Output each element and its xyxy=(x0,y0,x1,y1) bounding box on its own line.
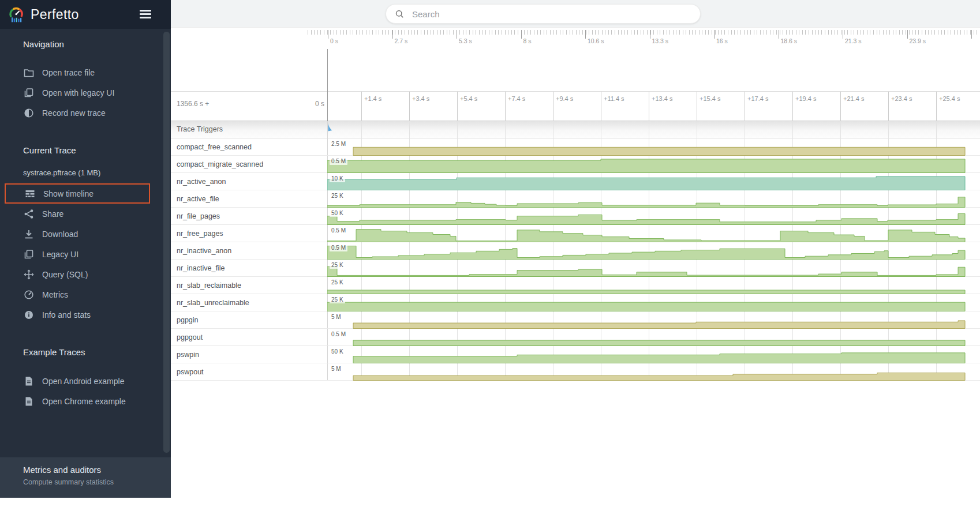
track-chart-compact-free-scanned[interactable] xyxy=(327,138,980,156)
overview-minor-tick xyxy=(547,30,547,35)
overview-minor-tick xyxy=(479,30,480,35)
overview-minor-tick xyxy=(799,30,799,35)
overview-minor-tick xyxy=(440,30,441,35)
overview-minor-tick xyxy=(372,30,373,35)
sidebar-item-open-with-legacy-ui[interactable]: Open with legacy UI xyxy=(5,82,150,103)
trigger-track-row[interactable]: Trace Triggers xyxy=(171,121,980,138)
overview-ruler[interactable]: 0 s2.7 s5.3 s8 s10.6 s13.3 s16 s18.6 s21… xyxy=(171,28,980,46)
track-label-pswpin[interactable]: pswpin xyxy=(177,351,199,359)
sidebar-item-legacy-ui[interactable]: Legacy UI xyxy=(5,244,150,264)
folder-icon xyxy=(23,67,35,78)
copy-icon xyxy=(23,249,35,260)
overview-minor-tick xyxy=(324,30,324,35)
sidebar-item-info-and-stats[interactable]: Info and stats xyxy=(5,305,150,325)
track-chart-nr-file-pages[interactable] xyxy=(327,208,980,225)
track-chart-pswpout[interactable] xyxy=(327,363,980,381)
overview-minor-tick xyxy=(863,30,864,35)
overview-minor-tick xyxy=(641,30,641,35)
track-chart-compact-migrate-scanned[interactable] xyxy=(327,156,980,173)
overview-minor-tick xyxy=(786,30,787,35)
section-header-navigation: Navigation xyxy=(23,39,64,49)
track-label-nr-active-anon[interactable]: nr_active_anon xyxy=(177,178,226,186)
overview-minor-tick xyxy=(311,30,312,35)
overview-minor-tick xyxy=(970,30,971,35)
viewport-gridline xyxy=(361,92,362,121)
search-box xyxy=(386,4,701,24)
track-chart-nr-free-pages[interactable] xyxy=(327,225,980,242)
overview-minor-tick xyxy=(844,30,845,35)
track-label-nr-free-pages[interactable]: nr_free_pages xyxy=(177,230,223,238)
overview-minor-tick xyxy=(828,30,829,35)
track-label-pgpgout[interactable]: pgpgout xyxy=(177,333,203,341)
overview-minor-tick xyxy=(815,30,816,35)
overview-minor-tick xyxy=(715,30,716,35)
overview-minor-tick xyxy=(744,30,745,35)
overview-tick-label: 21.3 s xyxy=(845,37,862,44)
overview-minor-tick xyxy=(770,30,770,35)
record-icon xyxy=(23,107,35,119)
track-label-compact-free-scanned[interactable]: compact_free_scanned xyxy=(177,143,252,151)
menu-icon[interactable] xyxy=(140,10,151,18)
search-input[interactable] xyxy=(411,9,690,20)
trigger-flag-icon[interactable] xyxy=(328,122,334,132)
sidebar-item-share[interactable]: Share xyxy=(5,204,150,224)
track-label-pgpgin[interactable]: pgpgin xyxy=(177,316,199,324)
track-chart-nr-active-anon[interactable] xyxy=(327,173,980,190)
overview-minor-tick xyxy=(530,30,531,35)
track-label-nr-active-file[interactable]: nr_active_file xyxy=(177,195,219,203)
overview-minor-tick xyxy=(492,30,492,35)
overview-major-tick xyxy=(779,30,779,39)
track-label-nr-slab-reclaimable[interactable]: nr_slab_reclaimable xyxy=(177,281,241,290)
track-chart-pgpgin[interactable] xyxy=(327,311,980,329)
sidebar-item-record-new-trace[interactable]: Record new trace xyxy=(5,103,150,123)
track-chart-nr-inactive-anon[interactable] xyxy=(327,242,980,260)
time-offset-label: 1356.6 s + xyxy=(177,100,209,108)
overview-minor-tick xyxy=(362,30,363,35)
overview-minor-tick xyxy=(796,30,796,35)
track-chart-nr-active-file[interactable] xyxy=(327,190,980,208)
track-chart-nr-slab-unreclaimable[interactable] xyxy=(327,294,980,311)
overview-minor-tick xyxy=(695,30,696,35)
overview-minor-tick xyxy=(902,30,903,35)
overview-minor-tick xyxy=(424,30,425,35)
track-label-compact-migrate-scanned[interactable]: compact_migrate_scanned xyxy=(177,160,263,168)
viewport-ruler[interactable]: 1356.6 s + 0 s +1.4 s+3.4 s+5.4 s+7.4 s+… xyxy=(171,91,980,121)
current-trace-filename: systrace.pftrace (1 MB) xyxy=(23,168,100,177)
sidebar-item-open-android-example[interactable]: Open Android example xyxy=(5,371,150,391)
overview-minor-tick xyxy=(886,30,887,35)
overview-minor-tick xyxy=(757,30,757,35)
overview-minor-tick xyxy=(473,30,473,35)
track-chart-nr-slab-reclaimable[interactable] xyxy=(327,277,980,294)
sidebar-item-label: Open Chrome example xyxy=(42,397,126,406)
sidebar-item-download[interactable]: Download xyxy=(5,224,150,244)
gauge-icon xyxy=(23,289,35,300)
sidebar-item-open-chrome-example[interactable]: Open Chrome example xyxy=(5,391,150,411)
sidebar-footer[interactable]: Metrics and auditors Compute summary sta… xyxy=(0,457,171,498)
overview-minor-tick xyxy=(346,30,347,35)
sidebar: Perfetto Metrics and auditors Compute su… xyxy=(0,0,171,498)
track-label-nr-file-pages[interactable]: nr_file_pages xyxy=(177,212,220,220)
track-chart-pgpgout[interactable] xyxy=(327,329,980,346)
overview-minor-tick xyxy=(453,30,454,35)
sidebar-item-open-trace-file[interactable]: Open trace file xyxy=(5,62,150,82)
track-chart-nr-inactive-file[interactable] xyxy=(327,260,980,277)
track-chart-pswpin[interactable] xyxy=(327,346,980,363)
overview-tick-label: 10.6 s xyxy=(588,37,604,44)
sidebar-item-query-sql[interactable]: Query (SQL) xyxy=(5,264,150,284)
viewport-tick-label: +21.4 s xyxy=(843,95,864,102)
viewport-tick-label: +23.4 s xyxy=(891,95,912,102)
track-label-nr-inactive-anon[interactable]: nr_inactive_anon xyxy=(177,247,231,255)
track-label-nr-slab-unreclaimable[interactable]: nr_slab_unreclaimable xyxy=(177,299,249,307)
overview-minor-tick xyxy=(334,30,334,35)
viewport-tick-label: +1.4 s xyxy=(364,95,381,102)
overview-minor-tick xyxy=(873,30,874,35)
overview-minor-tick xyxy=(792,30,793,35)
overview-minor-tick xyxy=(712,30,712,35)
overview-minor-tick xyxy=(780,30,780,35)
sidebar-scrollbar[interactable] xyxy=(163,32,170,453)
sidebar-item-metrics[interactable]: Metrics xyxy=(5,284,150,305)
sidebar-item-show-timeline[interactable]: Show timeline xyxy=(5,183,150,204)
track-label-pswpout[interactable]: pswpout xyxy=(177,368,204,376)
track-label-nr-inactive-file[interactable]: nr_inactive_file xyxy=(177,264,225,272)
overview-minor-tick xyxy=(634,30,635,35)
